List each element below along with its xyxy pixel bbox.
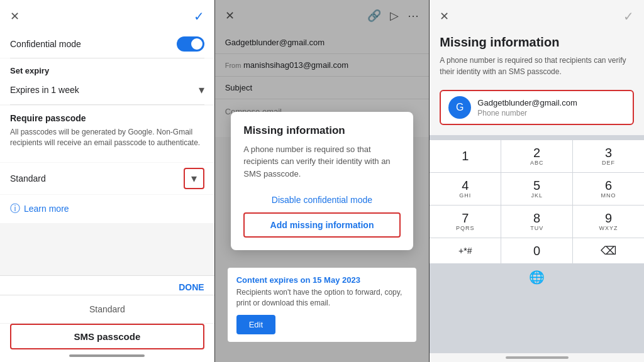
set-expiry-label: Set expiry: [0, 58, 214, 78]
numpad-bottom: 🌐: [430, 263, 644, 291]
key-4[interactable]: 4GHI: [430, 173, 501, 205]
panel-compose: ✕ 🔗 ▷ ⋯ Gadgetblunder@gmail.com From man…: [215, 0, 430, 362]
standard-dropdown-btn[interactable]: ▾: [184, 168, 204, 189]
learn-more-row[interactable]: ⓘ Learn more: [0, 195, 214, 223]
modal-text: A phone number is required so that recip…: [243, 143, 401, 180]
learn-more-link[interactable]: Learn more: [24, 204, 69, 214]
avatar-letter: G: [456, 102, 464, 113]
standard-text: Standard: [10, 173, 46, 184]
divider2: [10, 104, 204, 105]
disable-confidential-btn[interactable]: Disable confidential mode: [243, 190, 401, 210]
p3-title: Missing information: [430, 33, 644, 55]
key-2[interactable]: 2ABC: [501, 140, 572, 172]
contact-email: Gadgetblunder@gmail.com: [477, 98, 625, 107]
contact-row: G Gadgetblunder@gmail.com Phone number: [440, 90, 634, 125]
key-backspace[interactable]: ⌫: [573, 238, 644, 263]
confidential-label: Confidential mode: [10, 39, 81, 49]
expires-row: Expires in 1 week ▾: [0, 78, 214, 104]
globe-icon[interactable]: 🌐: [529, 270, 545, 285]
panel-phone: ✕ ✓ Missing information A phone number i…: [430, 0, 644, 362]
home-bar: [506, 356, 569, 359]
key-1[interactable]: 1: [430, 140, 501, 172]
info-icon: ⓘ: [10, 202, 20, 216]
panel-confidential: ✕ ✓ Confidential mode Set expiry Expires…: [0, 0, 215, 362]
key-5[interactable]: 5JKL: [501, 173, 572, 205]
close-icon-p3[interactable]: ✕: [440, 9, 449, 23]
close-icon[interactable]: ✕: [10, 9, 19, 23]
key-6[interactable]: 6MNO: [573, 173, 644, 205]
missing-info-modal: Missing information A phone number is re…: [231, 112, 413, 251]
key-special[interactable]: +*#: [430, 238, 501, 263]
confidential-mode-row: Confidential mode: [0, 30, 214, 58]
standard-row: Standard ▾: [0, 163, 214, 194]
avatar: G: [448, 96, 471, 119]
confirm-icon[interactable]: ✓: [194, 9, 204, 24]
edit-button[interactable]: Edit: [236, 315, 275, 334]
key-7[interactable]: 7PQRS: [430, 206, 501, 238]
panel1-header: ✕ ✓: [0, 0, 214, 30]
require-passcode-section: Require passcode All passcodes will be g…: [0, 106, 214, 162]
require-passcode-title: Require passcode: [10, 113, 204, 123]
contact-phone-placeholder[interactable]: Phone number: [477, 109, 625, 118]
expires-banner: Content expires on 15 May 2023 Recipient…: [228, 268, 417, 342]
numpad-grid: 1 2ABC 3DEF 4GHI 5JKL 6MNO 7PQRS 8TUV 9W…: [430, 140, 644, 263]
done-button[interactable]: DONE: [179, 282, 204, 292]
add-missing-info-btn[interactable]: Add missing information: [243, 212, 401, 238]
key-3[interactable]: 3DEF: [573, 140, 644, 172]
expires-text: Expires in 1 week: [10, 85, 79, 95]
numpad: 1 2ABC 3DEF 4GHI 5JKL 6MNO 7PQRS 8TUV 9W…: [430, 135, 644, 353]
panel3-header: ✕ ✓: [430, 0, 644, 33]
p3-subtitle: A phone number is required so that recip…: [430, 55, 644, 85]
expires-banner-title: Content expires on 15 May 2023: [236, 275, 408, 285]
home-indicator: [69, 354, 145, 357]
confidential-toggle[interactable]: [177, 36, 204, 52]
expires-banner-text: Recipients won't have the option to forw…: [236, 287, 408, 309]
require-passcode-desc: All passcodes will be generated by Googl…: [10, 127, 204, 148]
key-8[interactable]: 8TUV: [501, 206, 572, 238]
bs-standard-option[interactable]: Standard: [0, 295, 214, 324]
bottom-sheet-header: DONE: [0, 276, 214, 295]
expires-dropdown-icon[interactable]: ▾: [199, 83, 204, 97]
bottom-sheet: DONE Standard SMS passcode: [0, 275, 214, 362]
standard-dropdown-icon: ▾: [191, 172, 197, 185]
key-9[interactable]: 9WXYZ: [573, 206, 644, 238]
key-0[interactable]: 0: [501, 238, 572, 263]
modal-title: Missing information: [243, 124, 401, 137]
contact-info: Gadgetblunder@gmail.com Phone number: [477, 98, 625, 118]
check-icon-p3: ✓: [623, 9, 634, 24]
home-area: [430, 353, 644, 362]
bs-sms-option[interactable]: SMS passcode: [10, 324, 204, 349]
